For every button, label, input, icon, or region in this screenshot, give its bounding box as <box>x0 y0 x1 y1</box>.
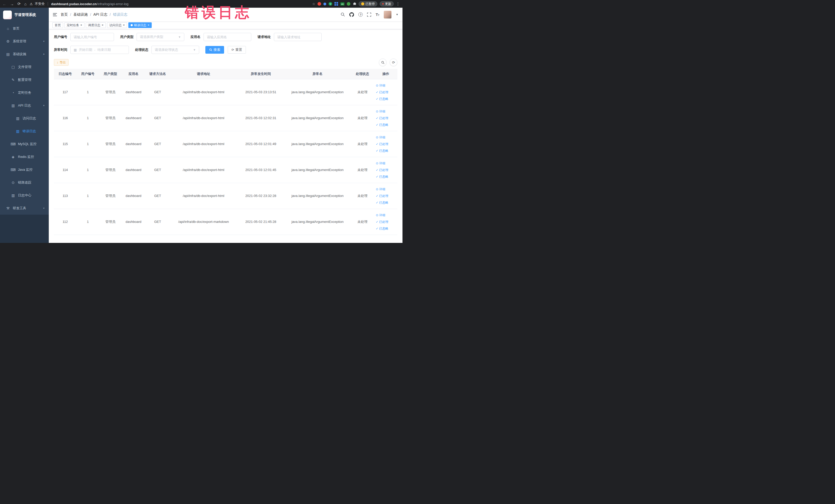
fullscreen-icon[interactable] <box>367 13 371 17</box>
breadcrumb-item[interactable]: API 日志 <box>94 12 107 17</box>
detail-action-link[interactable]: ⊙详细 <box>376 212 396 219</box>
column-time: 异常发生时间 <box>237 69 284 79</box>
extension-icon-green[interactable] <box>347 2 350 6</box>
sidebar-item-config[interactable]: ✎配置管理 <box>0 74 49 86</box>
sidebar-item-devtools[interactable]: ⚒研发工具∨ <box>0 202 49 215</box>
search-button[interactable]: 搜索 <box>205 46 224 54</box>
user-type-select[interactable]: 请选择用户类型 ▼ <box>137 33 184 41</box>
address-bar[interactable]: ⚠ 不安全 dashboard.yudao.iocoder.cn/infra/l… <box>30 2 309 6</box>
extension-icon-grid[interactable] <box>334 2 338 6</box>
processed-action-label: 已处理 <box>379 89 388 96</box>
sidebar-item-mysql[interactable]: ⌨MySQL 监控 <box>0 138 49 150</box>
refresh-table-button[interactable]: ⟳ <box>390 59 398 66</box>
ignored-action-link[interactable]: ✓已忽略 <box>376 173 396 180</box>
detail-action-link[interactable]: ⊙详细 <box>376 108 396 115</box>
help-icon[interactable]: ? <box>358 12 363 17</box>
ignored-action-link[interactable]: ✓已忽略 <box>376 225 396 232</box>
close-icon[interactable]: × <box>148 24 149 27</box>
sidebar-item-home[interactable]: ⌂首页 <box>0 22 49 35</box>
tab-调度日志[interactable]: 调度日志× <box>86 22 106 28</box>
cell-user_type: 管理员 <box>99 183 122 209</box>
detail-action-link[interactable]: ⊙详细 <box>376 186 396 193</box>
close-icon[interactable]: × <box>123 24 125 27</box>
paused-badge[interactable]: 已暂停 <box>359 1 377 6</box>
ignored-action-label: 已忽略 <box>379 96 388 102</box>
back-icon[interactable]: ← <box>3 2 6 6</box>
bookmark-star-icon[interactable]: ☆ <box>312 2 315 6</box>
sidebar-item-label: 系统管理 <box>13 39 26 44</box>
chevron-down-icon[interactable]: ▼ <box>396 13 399 16</box>
sidebar-item-access-log[interactable]: ▥访问日志 <box>0 112 49 125</box>
user-id-input[interactable] <box>70 33 114 41</box>
user-type-label: 用户类型 <box>120 35 134 39</box>
sidebar-item-system[interactable]: ⚙系统管理∨ <box>0 35 49 48</box>
extension-icon-on-badge[interactable]: on <box>340 2 345 6</box>
update-button[interactable]: 更新 <box>380 1 394 6</box>
tab-错误日志[interactable]: 错误日志× <box>128 22 152 28</box>
avatar[interactable] <box>384 11 391 19</box>
export-button[interactable]: ↓ 导出 <box>54 59 68 66</box>
reload-icon[interactable]: ⟳ <box>18 2 21 6</box>
table-row: 1131管理员dashboardGET/api/infra/db-doc/exp… <box>54 183 398 209</box>
sidebar-item-label: 访问日志 <box>23 116 36 121</box>
extension-icon-vue[interactable]: V <box>329 2 332 6</box>
detail-action-link[interactable]: ⊙详细 <box>376 134 396 141</box>
sidebar-item-file[interactable]: ▢文件管理 <box>0 61 49 74</box>
sidebar-item-label: 错误日志 <box>23 129 36 134</box>
detail-action-link[interactable]: ⊙详细 <box>376 82 396 89</box>
ignored-action-link[interactable]: ✓已忽略 <box>376 147 396 154</box>
browser-menu-icon[interactable]: ⋮ <box>396 2 400 6</box>
sidebar-item-trace[interactable]: ⊙链路追踪 <box>0 176 49 189</box>
breadcrumb-item[interactable]: 首页 <box>61 12 68 17</box>
processed-action-link[interactable]: ✓已处理 <box>376 167 396 173</box>
actions-cell: ⊙详细✓已处理✓已忽略 <box>374 79 398 105</box>
cell-request_url: /api/infra/db-doc/export-html <box>170 79 237 105</box>
extension-icon-red[interactable] <box>318 2 321 6</box>
processed-action-link[interactable]: ✓已处理 <box>376 89 396 96</box>
sidebar-item-error-log[interactable]: ▥错误日志 <box>0 125 49 138</box>
app-name-input[interactable] <box>204 33 251 41</box>
close-icon[interactable]: × <box>80 24 82 27</box>
sidebar-item-redis[interactable]: ◈Redis 监控 <box>0 150 49 163</box>
tab-访问日志[interactable]: 访问日志× <box>107 22 127 28</box>
search-icon[interactable] <box>341 12 345 17</box>
sidebar-item-java[interactable]: ⌨Java 监控 <box>0 163 49 176</box>
sidebar-item-log-center[interactable]: ▥日志中心 <box>0 189 49 202</box>
processed-action-link[interactable]: ✓已处理 <box>376 141 396 147</box>
tab-定时任务[interactable]: 定时任务× <box>64 22 84 28</box>
ignored-action-link[interactable]: ✓已忽略 <box>376 96 396 102</box>
processed-action-link[interactable]: ✓已处理 <box>376 193 396 199</box>
request-url-input[interactable] <box>274 33 322 41</box>
sidebar-item-label: 定时任务 <box>18 90 31 95</box>
breadcrumb-item[interactable]: 基础设施 <box>74 12 88 17</box>
table-row: 1151管理员dashboardGET/api/infra/db-doc/exp… <box>54 131 398 157</box>
cell-status: 未处理 <box>351 79 374 105</box>
status-select[interactable]: 请选择处理状态 ▼ <box>151 46 199 54</box>
processed-action-link[interactable]: ✓已处理 <box>376 115 396 121</box>
home-icon[interactable]: ⌂ <box>24 2 27 6</box>
url-path: /infra/log/api-error-log <box>97 2 128 6</box>
processed-action-link[interactable]: ✓已处理 <box>376 219 396 225</box>
sidebar-item-infra[interactable]: ▤基础设施∧ <box>0 48 49 61</box>
tab-label: 访问日志 <box>109 23 122 27</box>
ignored-action-link[interactable]: ✓已忽略 <box>376 121 396 128</box>
font-size-icon[interactable]: TT <box>375 12 380 17</box>
breadcrumb-separator: / <box>109 13 110 17</box>
extension-icon-blue[interactable] <box>323 3 326 5</box>
logo[interactable]: 芋道管理系统 <box>0 8 49 22</box>
tab-首页[interactable]: 首页 <box>53 22 63 28</box>
sidebar-item-api-log[interactable]: ▥API 日志∧ <box>0 99 49 112</box>
forward-icon[interactable]: → <box>10 2 14 6</box>
extensions-puzzle-icon[interactable] <box>353 2 356 6</box>
table-row: 1171管理员dashboardGET/api/infra/db-doc/exp… <box>54 79 398 105</box>
column-status: 处理状态 <box>351 69 374 79</box>
hamburger-icon[interactable] <box>53 13 57 16</box>
reset-button[interactable]: ⟳ 重置 <box>228 46 246 54</box>
close-icon[interactable]: × <box>102 24 103 27</box>
ignored-action-link[interactable]: ✓已忽略 <box>376 199 396 206</box>
github-icon[interactable] <box>349 12 354 17</box>
detail-action-link[interactable]: ⊙详细 <box>376 160 396 167</box>
sidebar-item-job[interactable]: ◔定时任务 <box>0 86 49 99</box>
exception-time-range-picker[interactable]: ▦ 开始日期 - 结束日期 <box>70 46 129 54</box>
toggle-search-button[interactable] <box>379 59 387 66</box>
